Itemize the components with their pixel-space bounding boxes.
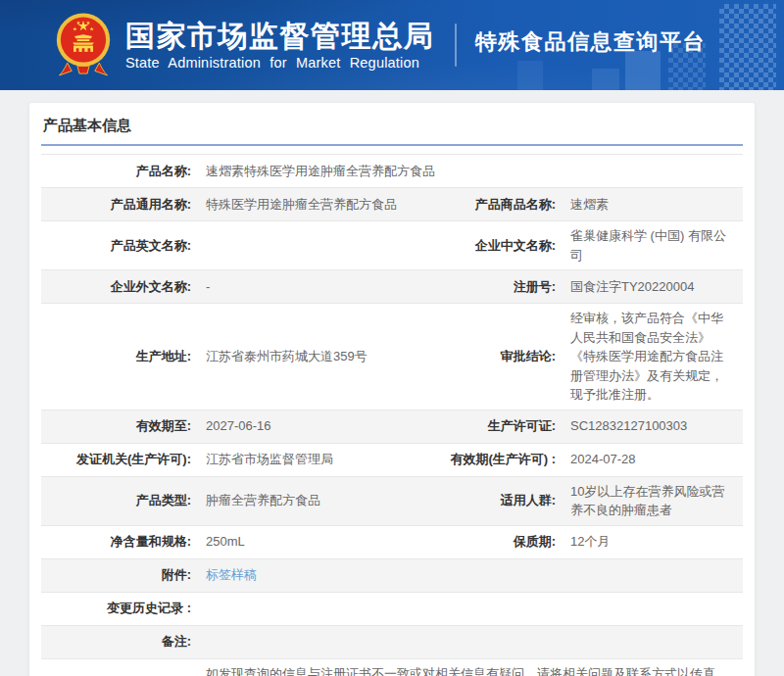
row-foreign-name-and-registration-number: 企业外文名称: - 注册号: 国食注字TY20220004 [41,270,743,304]
row-generic-and-trade-name: 产品通用名称: 特殊医学用途肿瘤全营养配方食品 产品商品名称: 速熠素 [41,188,743,221]
label-valid-until: 有效期至: [41,411,191,441]
value-trade-name: 速熠素 [556,190,743,219]
row-change-history: 变更历史记录 : [41,593,743,626]
label-registration-number: 注册号: [414,272,556,302]
row-english-and-company-name: 产品英文名称: 企业中文名称: 雀巢健康科学 (中国) 有限公司 [41,221,743,270]
row-type-and-target-group: 产品类型: 肿瘤全营养配方食品 适用人群: 10岁以上存在营养风险或营养不良的肿… [41,477,743,526]
value-issuing-authority: 江苏省市场监督管理局 [191,445,414,474]
org-name-cn: 国家市场监督管理总局 [125,20,434,53]
card-title: 产品基本信息 [41,103,743,146]
label-target-group: 适用人群: [414,486,556,515]
attachment-link[interactable]: 标签样稿 [206,567,257,582]
value-generic-name: 特殊医学用途肿瘤全营养配方食品 [191,190,414,219]
header-divider [455,24,457,67]
value-company-cn-name: 雀巢健康科学 (中国) 有限公司 [556,221,743,269]
row-net-content-and-shelf-life: 净含量和规格: 250mL 保质期: 12个月 [41,526,743,559]
value-remarks [191,637,743,647]
page-body: 产品基本信息 产品名称: 速熠素特殊医学用途肿瘤全营养配方食品 产品通用名称: … [0,90,784,676]
row-validity-and-license: 有效期至: 2027-06-16 生产许可证: SC12832127100303 [41,410,743,444]
value-production-address: 江苏省泰州市药城大道359号 [191,342,414,371]
label-net-content: 净含量和规格: [41,527,191,556]
row-address-and-approval: 生产地址: 江苏省泰州市药城大道359号 审批结论: 经审核，该产品符合《中华人… [41,304,743,410]
value-target-group: 10岁以上存在营养风险或营养不良的肿瘤患者 [556,477,743,525]
value-note: 如发现查询的信息与注册证书不一致或对相关信息有疑问，请将相关问题及联系方式以传真… [191,659,743,676]
label-company-cn-name: 企业中文名称: [414,231,556,261]
label-generic-name: 产品通用名称: [41,190,191,219]
label-company-foreign-name: 企业外文名称: [41,272,191,302]
label-trade-name: 产品商品名称: [414,190,556,219]
value-company-foreign-name: - [191,272,414,302]
label-remarks: 备注: [41,627,191,656]
label-production-address: 生产地址: [41,342,191,371]
row-note: 注: 如发现查询的信息与注册证书不一致或对相关信息有疑问，请将相关问题及联系方式… [41,659,743,676]
platform-title: 特殊食品信息查询平台 [475,27,706,57]
label-product-name: 产品名称: [41,157,191,186]
national-emblem-icon [55,9,112,83]
product-info-table: 产品名称: 速熠素特殊医学用途肿瘤全营养配方食品 产品通用名称: 特殊医学用途肿… [41,154,743,676]
org-name-en: State Administration for Market Regulati… [125,55,434,71]
row-attachment: 附件: 标签样稿 [41,559,743,593]
value-license-validity: 2024-07-28 [556,445,743,474]
value-net-content: 250mL [191,527,414,556]
label-attachment: 附件: [41,560,191,590]
value-change-history [191,604,743,613]
label-english-name: 产品英文名称: [41,231,191,261]
row-product-name: 产品名称: 速熠素特殊医学用途肿瘤全营养配方食品 [41,155,743,188]
label-license-validity: 有效期(生产许可) : [414,445,556,474]
label-shelf-life: 保质期: [414,527,556,556]
row-authority-and-license-validity: 发证机关(生产许可): 江苏省市场监督管理局 有效期(生产许可) : 2024-… [41,444,743,477]
value-product-type: 肿瘤全营养配方食品 [191,486,414,515]
value-registration-number: 国食注字TY20220004 [556,272,743,302]
value-valid-until: 2027-06-16 [191,411,414,441]
label-change-history: 变更历史记录 : [41,594,191,623]
value-english-name [191,241,414,251]
value-product-name: 速熠素特殊医学用途肿瘤全营养配方食品 [191,157,743,186]
label-issuing-authority: 发证机关(生产许可): [41,445,191,474]
row-remarks: 备注: [41,626,743,659]
org-title-block: 国家市场监督管理总局 State Administration for Mark… [125,20,434,72]
product-info-card: 产品基本信息 产品名称: 速熠素特殊医学用途肿瘤全营养配方食品 产品通用名称: … [29,103,755,676]
label-approval-conclusion: 审批结论: [414,342,556,371]
label-product-type: 产品类型: [41,486,191,515]
value-approval-conclusion: 经审核，该产品符合《中华人民共和国食品安全法》《特殊医学用途配方食品注册管理办法… [556,304,743,410]
label-production-license: 生产许可证: [414,411,556,441]
value-production-license: SC12832127100303 [556,411,743,441]
value-shelf-life: 12个月 [556,527,743,556]
app-header: 国家市场监督管理总局 State Administration for Mark… [0,0,784,90]
